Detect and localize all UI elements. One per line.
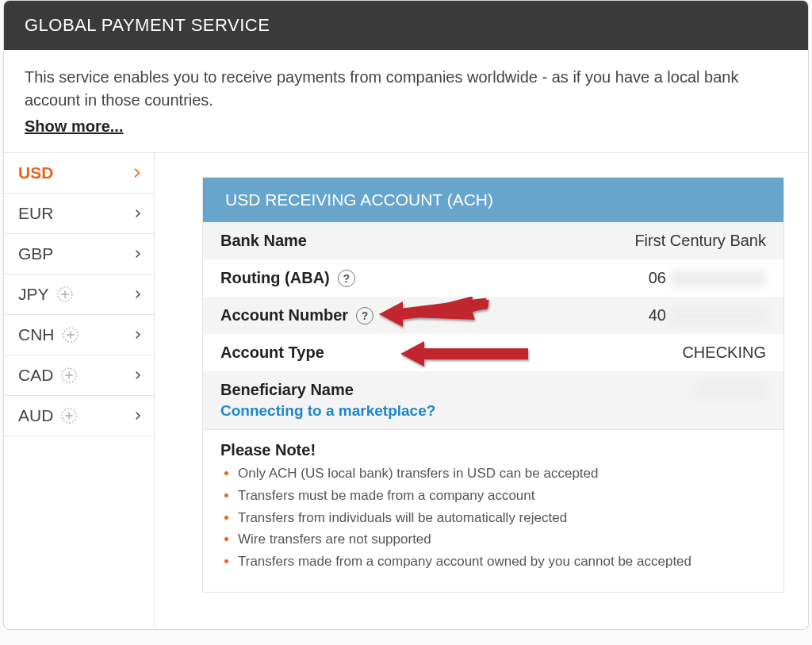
card-title: GLOBAL PAYMENT SERVICE — [25, 15, 270, 35]
note-title: Please Note! — [220, 441, 766, 459]
row-account-type: Account Type CHECKING — [203, 334, 783, 371]
sidebar-item-label: EUR — [18, 204, 53, 223]
sidebar-item-cad[interactable]: CAD — [4, 355, 154, 396]
panel-header: USD RECEIVING ACCOUNT (ACH) — [203, 178, 783, 222]
sidebar-item-eur[interactable]: EUR — [4, 194, 154, 234]
chevron-right-icon — [133, 411, 143, 420]
sidebar-item-gbp[interactable]: GBP — [4, 234, 154, 275]
plus-circle-icon — [61, 325, 80, 344]
show-more-link[interactable]: Show more... — [25, 115, 123, 138]
sidebar-item-label: USD — [18, 163, 53, 182]
value-bank-name: First Century Bank — [592, 232, 766, 250]
sidebar-item-jpy[interactable]: JPY — [4, 275, 154, 315]
redacted-value — [671, 270, 766, 287]
chevron-right-icon — [132, 167, 143, 179]
label-bank-name: Bank Name — [220, 232, 592, 250]
row-bank-name: Bank Name First Century Bank — [203, 222, 783, 259]
label-account-number: Account Number — [220, 306, 348, 324]
account-number-prefix: 40 — [649, 306, 666, 324]
note-item: Transfers must be made from a company ac… — [238, 486, 766, 505]
chevron-right-icon — [133, 209, 143, 218]
note-item: Wire transfers are not supported — [238, 530, 766, 549]
intro-text: This service enables you to receive paym… — [25, 68, 738, 109]
sidebar-item-cnh[interactable]: CNH — [4, 315, 154, 355]
sidebar-item-label: JPY — [18, 285, 49, 304]
card-header: GLOBAL PAYMENT SERVICE — [4, 1, 808, 50]
routing-prefix: 06 — [649, 269, 666, 287]
plus-circle-icon — [59, 366, 79, 385]
label-beneficiary: Beneficiary Name — [220, 381, 354, 399]
card-body: USD EUR GBP JPY — [4, 153, 808, 629]
sidebar-item-label: GBP — [18, 244, 53, 263]
currency-sidebar: USD EUR GBP JPY — [4, 153, 155, 629]
plus-circle-icon — [56, 285, 75, 304]
sidebar-item-label: CNH — [18, 325, 55, 344]
note-item: Only ACH (US local bank) transfers in US… — [238, 464, 766, 483]
value-account-type: CHECKING — [592, 344, 766, 362]
sidebar-item-label: CAD — [18, 366, 53, 385]
content-area: USD RECEIVING ACCOUNT (ACH) Bank Name Fi… — [155, 153, 808, 593]
sidebar-item-aud[interactable]: AUD — [4, 396, 154, 436]
row-beneficiary: Beneficiary Name Connecting to a marketp… — [203, 371, 783, 429]
plus-circle-icon — [59, 406, 79, 425]
account-panel: USD RECEIVING ACCOUNT (ACH) Bank Name Fi… — [202, 177, 784, 593]
value-beneficiary — [592, 381, 766, 398]
note-item: Transfers from individuals will be autom… — [238, 509, 766, 528]
connecting-marketplace-link[interactable]: Connecting to a marketplace? — [220, 402, 592, 420]
note-box: Please Note! Only ACH (US local bank) tr… — [203, 429, 783, 592]
label-account-type: Account Type — [220, 344, 592, 362]
chevron-right-icon — [133, 370, 143, 380]
global-payment-card: GLOBAL PAYMENT SERVICE This service enab… — [3, 0, 809, 630]
redacted-value — [671, 307, 766, 324]
sidebar-item-usd[interactable]: USD — [4, 153, 154, 194]
chevron-right-icon — [133, 290, 143, 299]
redacted-value — [695, 381, 766, 398]
panel-title: USD RECEIVING ACCOUNT (ACH) — [225, 190, 493, 209]
row-account-number: Account Number ? 40 — [203, 297, 783, 334]
intro-section: This service enables you to receive paym… — [4, 50, 808, 153]
note-item: Transfers made from a company account ow… — [238, 552, 766, 571]
help-icon[interactable]: ? — [338, 270, 355, 287]
note-list: Only ACH (US local bank) transfers in US… — [220, 464, 766, 571]
sidebar-item-label: AUD — [18, 406, 53, 425]
value-account-number: 40 — [592, 306, 766, 324]
help-icon[interactable]: ? — [356, 307, 373, 324]
value-routing: 06 — [592, 269, 766, 287]
chevron-right-icon — [133, 330, 143, 340]
label-routing: Routing (ABA) — [220, 269, 330, 287]
row-routing: Routing (ABA) ? 06 — [203, 259, 783, 297]
chevron-right-icon — [133, 249, 143, 259]
